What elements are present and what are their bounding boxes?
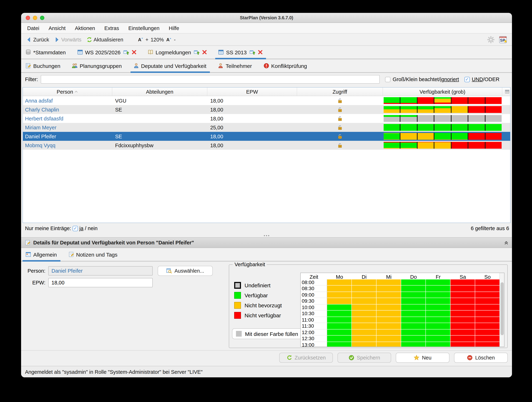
sched-cell[interactable] — [475, 304, 500, 311]
sub-tab-teilnehmer[interactable]: Teilnehmer — [218, 59, 253, 72]
sched-cell[interactable] — [401, 311, 426, 317]
sched-cell[interactable] — [426, 292, 450, 298]
sched-cell[interactable] — [426, 336, 450, 342]
person-name-link[interactable]: Anna adsfaf — [23, 96, 112, 105]
sched-cell[interactable] — [352, 311, 376, 317]
sched-cell[interactable] — [352, 329, 376, 336]
and-or-checkbox[interactable]: ✓ — [464, 77, 470, 82]
open-in-window-icon[interactable] — [250, 49, 255, 55]
person-name-link[interactable]: Mobmq Vyqq — [23, 141, 112, 150]
sched-cell[interactable] — [352, 292, 376, 298]
sched-cell[interactable] — [401, 329, 426, 336]
lock-open-icon[interactable] — [337, 116, 343, 121]
menu-ansicht[interactable]: Ansicht — [44, 25, 70, 31]
sched-cell[interactable] — [475, 285, 500, 292]
sched-cell[interactable] — [327, 279, 352, 285]
sched-cell[interactable] — [426, 311, 450, 317]
column-header-abteilungen[interactable]: Abteilungen — [112, 88, 207, 96]
font-zoom-plus[interactable]: + — [146, 37, 149, 42]
sched-cell[interactable] — [327, 304, 352, 311]
sched-cell[interactable] — [352, 304, 376, 311]
close-tab-icon[interactable] — [257, 49, 263, 55]
sched-cell[interactable] — [327, 323, 352, 329]
my-entries-checkbox[interactable]: ✓ — [73, 226, 78, 231]
sched-cell[interactable] — [376, 292, 401, 298]
sched-cell[interactable] — [376, 304, 401, 311]
sched-cell[interactable] — [426, 298, 450, 304]
sched-cell[interactable] — [475, 279, 500, 285]
sched-cell[interactable] — [450, 292, 475, 298]
sched-cell[interactable] — [376, 279, 401, 285]
zur-cksetzen-button[interactable]: Zurücksetzen — [279, 352, 333, 363]
sched-cell[interactable] — [327, 317, 352, 323]
my-entries-yes[interactable]: ja — [79, 226, 83, 231]
menu-extras[interactable]: Extras — [100, 25, 124, 31]
sched-cell[interactable] — [376, 285, 401, 292]
sched-cell[interactable] — [401, 342, 426, 347]
sched-cell[interactable] — [475, 298, 500, 304]
sched-cell[interactable] — [426, 323, 450, 329]
sched-cell[interactable] — [475, 336, 500, 342]
sched-cell[interactable] — [401, 304, 426, 311]
doc-tab-ss-2013[interactable]: SS 2013 — [218, 46, 263, 59]
sched-cell[interactable] — [401, 285, 426, 292]
sched-cell[interactable] — [450, 323, 475, 329]
sched-cell[interactable] — [426, 342, 450, 347]
font-zoom-minus[interactable]: - — [174, 37, 176, 42]
sched-cell[interactable] — [376, 329, 401, 336]
sched-cell[interactable] — [327, 292, 352, 298]
sched-cell[interactable] — [450, 285, 475, 292]
sched-cell[interactable] — [327, 342, 352, 347]
case-sensitivity-checkbox[interactable]: ✓ — [385, 77, 391, 82]
table-row-charly-chaplin[interactable]: Charly ChaplinSE18,00 — [23, 105, 510, 114]
menu-einstellungen[interactable]: Einstellungen — [124, 25, 164, 31]
sched-cell[interactable] — [352, 336, 376, 342]
sched-cell[interactable] — [450, 311, 475, 317]
lock-open-icon[interactable] — [337, 98, 343, 103]
refresh-button[interactable]: Aktualisieren — [87, 37, 123, 42]
sched-cell[interactable] — [376, 298, 401, 304]
column-header-person[interactable]: Person — [23, 88, 112, 96]
column-header-epw[interactable]: EPW — [207, 88, 297, 96]
fill-with-color-button[interactable]: Mit dieser Farbe füllen — [232, 328, 302, 339]
sched-cell[interactable] — [401, 298, 426, 304]
back-button[interactable]: Zurück — [26, 37, 49, 42]
sub-tab-konfliktpr-fung[interactable]: Konfliktprüfung — [263, 59, 308, 72]
and-or-option[interactable]: ✓ UND/ODER — [464, 76, 500, 82]
collapse-details-icon[interactable] — [503, 240, 509, 245]
sched-cell[interactable] — [327, 311, 352, 317]
splitter-handle[interactable] — [21, 234, 512, 237]
lock-open-icon[interactable] — [337, 125, 343, 130]
sched-cell[interactable] — [376, 311, 401, 317]
sched-cell[interactable] — [376, 342, 401, 347]
sched-cell[interactable] — [450, 317, 475, 323]
column-header-verf-gbarkeit-grob[interactable]: Verfügbarkeit (grob) — [383, 88, 502, 96]
sched-cell[interactable] — [376, 317, 401, 323]
menu-datei[interactable]: Datei — [23, 25, 44, 31]
lock-open-icon[interactable] — [337, 142, 343, 148]
sched-cell[interactable] — [376, 336, 401, 342]
legend-item-nicht-verf-gbar[interactable]: Nicht verfügbar — [234, 312, 282, 319]
sched-cell[interactable] — [401, 336, 426, 342]
sched-cell[interactable] — [426, 279, 450, 285]
sched-cell[interactable] — [475, 311, 500, 317]
details-tab-notizen-und-tags[interactable]: Notizen und Tags — [68, 248, 118, 261]
sched-cell[interactable] — [327, 298, 352, 304]
filter-input[interactable] — [41, 75, 380, 84]
sched-cell[interactable] — [352, 342, 376, 347]
legend-item-verf-gbar[interactable]: Verfügbar — [234, 292, 282, 299]
doc-tab-ws-2025-2026[interactable]: WS 2025/2026 — [77, 46, 137, 59]
sched-cell[interactable] — [475, 342, 500, 347]
forward-button[interactable]: Vorwärts — [54, 37, 82, 42]
font-larger-icon[interactable]: A — [166, 37, 172, 42]
sched-cell[interactable] — [450, 279, 475, 285]
table-row-daniel-pfeifer[interactable]: Daniel PfeiferSE18,00 — [23, 132, 510, 141]
lock-open-icon[interactable] — [337, 107, 343, 112]
speichern-button[interactable]: Speichern — [337, 352, 391, 363]
menu-aktionen[interactable]: Aktionen — [70, 25, 100, 31]
table-row-anna-adsfaf[interactable]: Anna adsfafVGU18,00 — [23, 96, 510, 105]
neu-button[interactable]: Neu — [396, 352, 450, 363]
close-window-button[interactable] — [26, 16, 30, 20]
choose-person-button[interactable]: Auswählen... — [158, 266, 213, 276]
menu-hilfe[interactable]: Hilfe — [164, 25, 184, 31]
